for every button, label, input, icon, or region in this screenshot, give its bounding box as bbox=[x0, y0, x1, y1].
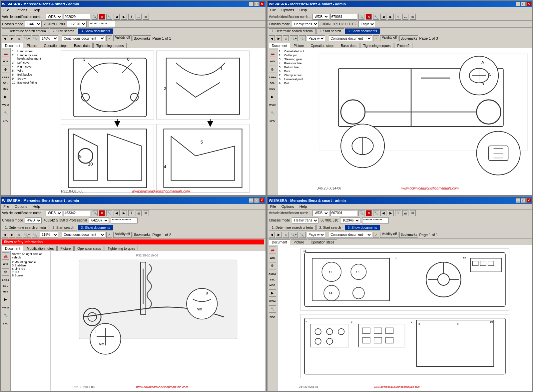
sidebar-gear-icon-2[interactable]: ⚙ bbox=[269, 66, 276, 73]
sidebar-play-icon-1[interactable]: ▶ bbox=[2, 93, 9, 101]
prev-btn-3[interactable]: ◀ bbox=[114, 210, 120, 216]
clear-btn-1[interactable]: ✕ bbox=[99, 14, 105, 20]
search-btn-4[interactable]: 🔍 bbox=[358, 210, 364, 216]
chassis-mode-1[interactable]: CAR bbox=[25, 21, 42, 27]
back-btn-2[interactable]: ◀ bbox=[269, 35, 275, 41]
doc-tab-document-4[interactable]: Document bbox=[269, 239, 290, 245]
doc-tab-torques-3[interactable]: Tightening torques bbox=[105, 246, 138, 251]
sidebar-play-icon-2[interactable]: ▶ bbox=[269, 93, 276, 101]
doc-tab-modnotes-3[interactable]: Modification notes bbox=[24, 246, 57, 251]
prev-btn-1[interactable]: ◀ bbox=[114, 14, 120, 20]
print-btn-4[interactable]: 🖨 bbox=[402, 210, 408, 216]
next-btn-4[interactable]: ▶ bbox=[388, 210, 394, 216]
safety-banner-3[interactable]: Show safety information bbox=[2, 239, 264, 244]
bookmark-btn-2[interactable]: Bookmarks bbox=[399, 35, 418, 41]
validity-btn-1[interactable]: Validity off bbox=[113, 35, 132, 41]
menu-file-4[interactable]: File bbox=[269, 204, 277, 209]
engine-code-3[interactable]: 642887 bbox=[89, 217, 109, 223]
home-btn-3[interactable]: ⌂ bbox=[16, 232, 22, 238]
validity-btn-4[interactable]: Validity off bbox=[380, 232, 398, 238]
nav-tab-criteria-3[interactable]: 1. Determine search criteria bbox=[2, 225, 49, 230]
bookmark-btn-4[interactable]: Bookmarks bbox=[399, 232, 418, 238]
asra-label-4[interactable]: ASRA bbox=[268, 272, 276, 275]
nav-tab-start-2[interactable]: 2. Start search bbox=[316, 28, 344, 34]
doc-tab-torques-2[interactable]: Tightening torques bbox=[360, 43, 393, 48]
minimize-btn-2[interactable]: _ bbox=[516, 2, 520, 6]
nav-tab-docs-4[interactable]: 3. Show documents bbox=[345, 225, 380, 230]
ssl-label-3[interactable]: SSL bbox=[3, 284, 8, 287]
doc-tab-picture-2[interactable]: Picture bbox=[291, 43, 307, 48]
prev-btn-2[interactable]: ◀ bbox=[380, 14, 386, 20]
validity-btn-3[interactable]: Validity off bbox=[113, 232, 132, 238]
wis-label-4[interactable]: WIS bbox=[270, 256, 275, 259]
engine-extra-4[interactable] bbox=[362, 217, 389, 223]
chassis-mode-3[interactable]: 4WD bbox=[25, 217, 42, 223]
sidebar-car-icon-4[interactable]: 🚗 bbox=[269, 246, 276, 254]
vin-input-2[interactable] bbox=[330, 14, 357, 20]
info-btn-1[interactable]: ℹ bbox=[128, 14, 134, 20]
bookmark-btn-1[interactable]: Bookmarks bbox=[133, 35, 151, 41]
mss-label-4[interactable]: MSS bbox=[269, 284, 275, 287]
search-btn-1[interactable]: 🔍 bbox=[92, 14, 98, 20]
fwd-btn-3[interactable]: ▶ bbox=[9, 232, 15, 238]
nav-tab-criteria-2[interactable]: 1. Determine search criteria bbox=[269, 28, 316, 34]
doc-tab-opsteps-4[interactable]: Operation steps bbox=[308, 239, 337, 245]
wsm-label-3[interactable]: WSM bbox=[2, 306, 9, 309]
wsm-label-1[interactable]: WSM bbox=[2, 103, 9, 106]
engine-extra-1[interactable] bbox=[89, 21, 115, 27]
info-btn-4[interactable]: ℹ bbox=[395, 210, 401, 216]
epc-label-2[interactable]: EPC bbox=[269, 119, 275, 122]
vin-input-1[interactable] bbox=[64, 14, 90, 20]
fwd-btn-1[interactable]: ▶ bbox=[9, 35, 15, 41]
ssl-label-4[interactable]: SSL bbox=[270, 278, 275, 281]
wis-label-3[interactable]: WIS bbox=[3, 263, 8, 266]
zoom-select-2[interactable]: Page width bbox=[307, 35, 325, 41]
minimize-btn-3[interactable]: _ bbox=[249, 198, 254, 203]
bookmark-btn-3[interactable]: Bookmarks bbox=[133, 232, 151, 238]
zoom-select-1[interactable]: 140% bbox=[40, 35, 58, 41]
valid-icon-2[interactable]: ✓ bbox=[373, 35, 379, 41]
email-btn-2[interactable]: ✉ bbox=[410, 14, 416, 20]
print-btn-3[interactable]: 🖨 bbox=[136, 210, 142, 216]
menu-options-2[interactable]: Options bbox=[280, 8, 295, 12]
prev-btn-4[interactable]: ◀ bbox=[380, 210, 386, 216]
search-btn-2[interactable]: 🔍 bbox=[358, 14, 364, 20]
menu-help-2[interactable]: Help bbox=[298, 8, 308, 12]
ssl-label-1[interactable]: SSL bbox=[3, 82, 8, 85]
doc-tab-picture-1[interactable]: Picture bbox=[24, 43, 40, 48]
sidebar-gear-icon-3[interactable]: ⚙ bbox=[2, 268, 9, 276]
back-btn-1[interactable]: ◀ bbox=[2, 35, 8, 41]
sidebar-wrench-icon-4[interactable]: 🔧 bbox=[269, 305, 276, 313]
menu-help-1[interactable]: Help bbox=[31, 8, 42, 12]
nav-tab-docs-2[interactable]: 3. Show documents bbox=[345, 28, 380, 34]
maximize-btn-4[interactable]: □ bbox=[521, 198, 526, 203]
maximize-btn-2[interactable]: □ bbox=[521, 2, 526, 6]
valid-icon-3[interactable]: ✓ bbox=[106, 232, 112, 238]
epc-label-3[interactable]: EPC bbox=[3, 322, 8, 325]
asra-label-1[interactable]: ASRA bbox=[2, 76, 9, 79]
make-select-1[interactable]: WDB bbox=[46, 14, 62, 20]
menu-file-2[interactable]: File bbox=[269, 8, 277, 12]
magnet-btn-1[interactable]: 🔧 bbox=[106, 14, 112, 20]
zoom-in-btn-2[interactable]: 🔍+ bbox=[290, 35, 298, 41]
sidebar-gear-icon-4[interactable]: ⚙ bbox=[269, 262, 276, 270]
zoom-out-btn-3[interactable]: 🔍- bbox=[32, 232, 39, 238]
valid-icon-1[interactable]: ✓ bbox=[106, 35, 112, 41]
zoom-select-4[interactable]: Page width bbox=[307, 232, 325, 238]
nav-tab-start-3[interactable]: 2. Start search bbox=[50, 225, 77, 230]
magnet-btn-4[interactable]: 🔧 bbox=[373, 210, 379, 216]
info-btn-2[interactable]: ℹ bbox=[395, 14, 401, 20]
email-btn-4[interactable]: ✉ bbox=[410, 210, 416, 216]
mss-label-3[interactable]: MSS bbox=[3, 290, 8, 293]
home-btn-2[interactable]: ⌂ bbox=[283, 35, 289, 41]
doc-mode-select-2[interactable]: Continuous document bbox=[329, 35, 372, 41]
menu-file-1[interactable]: File bbox=[2, 8, 11, 12]
zoom-in-btn-1[interactable]: 🔍+ bbox=[23, 35, 31, 41]
next-btn-1[interactable]: ▶ bbox=[121, 14, 127, 20]
email-btn-3[interactable]: ✉ bbox=[143, 210, 149, 216]
wis-label-1[interactable]: WIS bbox=[3, 60, 8, 63]
maximize-btn-1[interactable]: □ bbox=[254, 2, 259, 6]
make-select-2[interactable]: WDB bbox=[312, 14, 329, 20]
nav-tab-search-criteria-1[interactable]: 1. Determine search criteria bbox=[2, 28, 49, 34]
menu-help-3[interactable]: Help bbox=[31, 204, 42, 209]
